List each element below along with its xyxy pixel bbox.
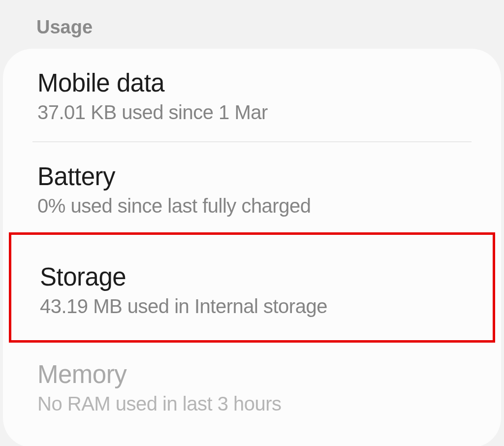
memory-subtitle: No RAM used in last 3 hours [37, 393, 467, 415]
storage-title: Storage [40, 262, 464, 291]
mobile-data-title: Mobile data [37, 68, 467, 97]
storage-highlight: Storage 43.19 MB used in Internal storag… [9, 232, 495, 343]
mobile-data-item[interactable]: Mobile data 37.01 KB used since 1 Mar [3, 49, 501, 141]
mobile-data-subtitle: 37.01 KB used since 1 Mar [37, 101, 467, 124]
storage-subtitle: 43.19 MB used in Internal storage [40, 295, 464, 318]
section-header-usage: Usage [0, 0, 504, 49]
storage-item[interactable]: Storage 43.19 MB used in Internal storag… [11, 235, 493, 340]
memory-title: Memory [37, 360, 467, 389]
memory-item[interactable]: Memory No RAM used in last 3 hours [3, 340, 501, 433]
battery-title: Battery [37, 162, 467, 191]
usage-card: Mobile data 37.01 KB used since 1 Mar Ba… [3, 49, 501, 446]
battery-subtitle: 0% used since last fully charged [37, 195, 467, 217]
battery-item[interactable]: Battery 0% used since last fully charged [3, 142, 501, 235]
